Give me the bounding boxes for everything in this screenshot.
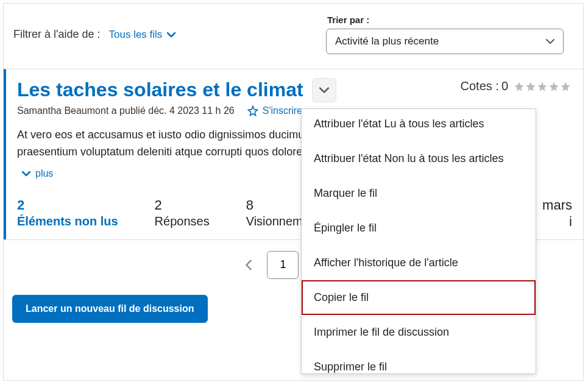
sort-label: Trier par : — [327, 15, 564, 25]
show-more-link[interactable]: plus — [22, 168, 53, 179]
rating-label: Cotes : — [461, 79, 499, 93]
thread-date-right: mars i — [542, 197, 572, 230]
new-thread-button[interactable]: Lancer un nouveau fil de discussion — [12, 295, 208, 323]
subscribe-label: S'inscrire — [263, 105, 302, 116]
filter-select[interactable]: Tous les fils — [109, 29, 176, 41]
menu-item[interactable]: Épingler le fil — [302, 211, 536, 245]
menu-item[interactable]: Supprimer le fil — [302, 350, 536, 373]
thread-actions-button[interactable] — [312, 78, 336, 102]
stat-unread-label: Éléments non lus — [17, 214, 118, 228]
thread-meta: Samantha Beaumont a publié déc. 4 2023 1… — [17, 105, 235, 116]
filter-value-text: Tous les fils — [109, 29, 163, 41]
menu-item[interactable]: Attribuer l'état Lu à tous les articles — [302, 109, 536, 141]
page-number-input[interactable] — [267, 251, 299, 279]
rating-display: Cotes : 0 — [461, 79, 571, 93]
chevron-down-icon — [22, 171, 30, 177]
stat-replies-label: Réponses — [155, 214, 210, 228]
page-prev-button[interactable] — [239, 255, 258, 275]
sort-value-text: Activité la plus récente — [335, 35, 439, 48]
thread-title-link[interactable]: Les taches solaires et le climat — [17, 78, 303, 101]
filter-label: Filtrer à l'aide de : — [13, 28, 101, 41]
chevron-down-icon — [319, 87, 329, 94]
rating-stars[interactable] — [513, 81, 571, 92]
stat-unread-count: 2 — [17, 197, 118, 213]
chevron-down-icon — [167, 32, 175, 38]
star-outline-icon — [247, 105, 259, 117]
menu-item[interactable]: Afficher l'historique de l'article — [302, 245, 536, 280]
menu-item[interactable]: Copier le fil — [302, 280, 536, 315]
thread-date-right-line1: mars — [542, 197, 572, 213]
menu-item[interactable]: Imprimer le fil de discussion — [302, 315, 536, 350]
subscribe-link[interactable]: S'inscrire — [247, 105, 302, 117]
sort-select[interactable]: Activité la plus récente — [326, 29, 564, 54]
rating-value: 0 — [501, 79, 508, 93]
stat-replies-count: 2 — [155, 197, 210, 213]
thread-context-menu: Attribuer l'état Lu à tous les articlesA… — [301, 108, 536, 374]
stat-unread[interactable]: 2 Éléments non lus — [17, 197, 118, 230]
menu-item[interactable]: Attribuer l'état Non lu à tous les artic… — [302, 141, 536, 176]
thread-date-right-line2: i — [542, 214, 572, 230]
chevron-left-icon — [245, 260, 252, 270]
chevron-down-icon — [546, 35, 554, 48]
stat-replies: 2 Réponses — [155, 197, 210, 230]
show-more-label: plus — [35, 168, 53, 179]
menu-item[interactable]: Marquer le fil — [302, 176, 536, 211]
